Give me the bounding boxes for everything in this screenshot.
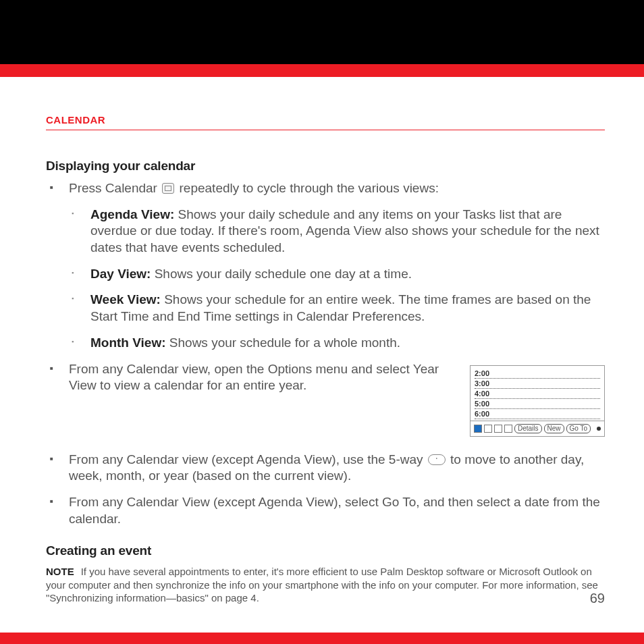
view-toggle-icon <box>484 425 492 433</box>
five-way-navigator-icon <box>428 454 446 465</box>
section-creating-title: Creating an event <box>46 543 605 558</box>
view-month: Month View: Shows your schedule for a wh… <box>69 335 605 352</box>
header-black-bar <box>0 0 644 64</box>
figure-time-row: 6:00 <box>475 409 600 419</box>
view-toggle-icon <box>474 425 482 433</box>
list-item-goto: From any Calendar View (except Agenda Vi… <box>46 494 605 527</box>
figure-time-row: 4:00 <box>475 389 600 399</box>
note-label: NOTE <box>46 566 74 577</box>
figure-new-button: New <box>544 424 564 433</box>
chapter-title: CALENDAR <box>46 114 605 130</box>
view-week-desc: Shows your schedule for an entire week. … <box>90 292 591 323</box>
view-week-name: Week View: <box>90 292 161 306</box>
figure-time-rows: 2:00 3:00 4:00 5:00 6:00 <box>471 366 604 421</box>
figure-goto-button: Go To <box>566 424 591 433</box>
view-toggle-icon <box>504 425 512 433</box>
calendar-button-icon <box>162 183 174 194</box>
view-agenda: Agenda View: Shows your daily schedule a… <box>69 207 605 257</box>
section-displaying-title: Displaying your calendar <box>46 159 605 173</box>
list-item-press-calendar: Press Calendar repeatedly to cycle throu… <box>46 180 605 352</box>
view-month-desc: Shows your schedule for a whole month. <box>166 336 400 350</box>
footer-red-bar <box>0 633 644 644</box>
year-view-text: From any Calendar view, open the Options… <box>69 362 439 393</box>
list-item-5way: From any Calendar view (except Agenda Vi… <box>46 452 605 485</box>
fiveway-before: From any Calendar view (except Agenda Vi… <box>69 452 427 466</box>
figure-toolbar: Details New Go To <box>471 421 604 436</box>
text-press-after: repeatedly to cycle through the various … <box>176 181 439 195</box>
figure-time-row: 2:00 <box>475 369 600 379</box>
note-text: If you have several appointments to ente… <box>46 566 598 603</box>
figure-time-row: 3:00 <box>475 379 600 389</box>
note-block: NOTEIf you have several appointments to … <box>46 565 605 605</box>
view-agenda-name: Agenda View: <box>90 207 174 221</box>
header-red-bar <box>0 64 644 77</box>
goto-text: From any Calendar View (except Agenda Vi… <box>69 495 600 526</box>
view-toggle-icon <box>494 425 502 433</box>
view-day-desc: Shows your daily schedule one day at a t… <box>151 267 412 281</box>
views-list: Agenda View: Shows your daily schedule a… <box>69 207 605 352</box>
view-week: Week View: Shows your schedule for an en… <box>69 292 605 325</box>
figure-time-row: 5:00 <box>475 399 600 409</box>
list-item-year-view: 2:00 3:00 4:00 5:00 6:00 Details New Go … <box>46 361 605 442</box>
view-day-name: Day View: <box>90 267 151 281</box>
page-number: 69 <box>590 591 605 606</box>
main-list: Press Calendar repeatedly to cycle throu… <box>46 180 605 527</box>
view-month-name: Month View: <box>90 336 166 350</box>
text-press-before: Press Calendar <box>69 181 161 195</box>
calendar-screenshot-figure: 2:00 3:00 4:00 5:00 6:00 Details New Go … <box>470 365 605 437</box>
page-content: CALENDAR Displaying your calendar Press … <box>0 77 644 605</box>
figure-details-button: Details <box>514 424 542 433</box>
figure-dot-icon <box>597 427 601 431</box>
view-day: Day View: Shows your daily schedule one … <box>69 266 605 283</box>
